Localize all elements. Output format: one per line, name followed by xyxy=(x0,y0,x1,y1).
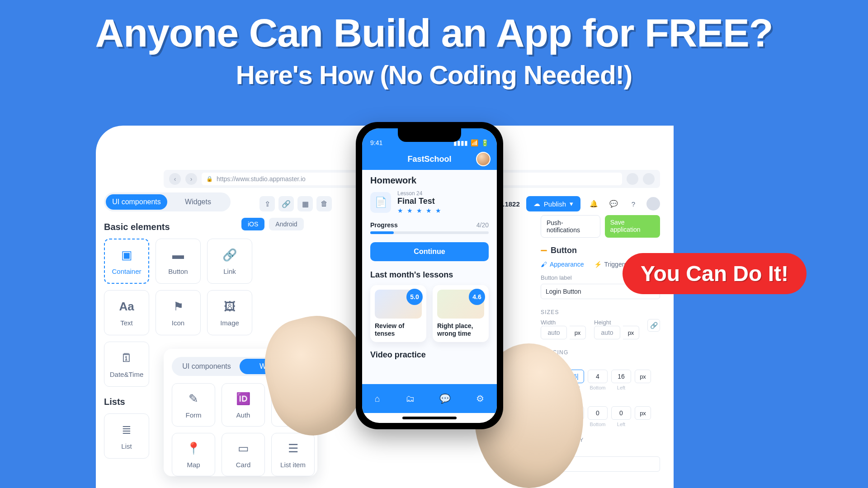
tab-ios[interactable]: iOS xyxy=(241,218,264,230)
nav-forward-button[interactable]: › xyxy=(185,173,197,185)
section-basic-elements[interactable]: Basic elements ⌄ xyxy=(104,221,249,232)
share-icon[interactable]: ⇪ xyxy=(259,196,275,211)
trash-icon[interactable]: 🗑 xyxy=(316,196,332,211)
tile-gallery[interactable]: 🖼 Gallery xyxy=(271,383,315,427)
padding-bottom-input[interactable]: 4 xyxy=(588,370,608,383)
list-icon: ≣ xyxy=(119,422,134,438)
typography-caption: TYPOGRAPHY xyxy=(541,437,660,443)
tile-image[interactable]: 🖼 Image xyxy=(207,290,252,335)
gallery-icon: 🖼 xyxy=(285,391,301,407)
tile-list-item[interactable]: ☰ List item xyxy=(271,433,315,476)
builder-stage: ‹ › 🔒 https://www.studio.appmaster.io ⚙ … xyxy=(96,126,674,488)
width-input[interactable]: auto xyxy=(541,326,567,339)
bolt-icon: ⚡ xyxy=(594,261,602,268)
url-bar[interactable]: 🔒 https://www.studio.appmaster.io xyxy=(202,173,622,185)
help-icon[interactable]: ? xyxy=(627,197,640,211)
tab-ui-components-2[interactable]: UI components xyxy=(174,359,240,374)
card-icon: ▭ xyxy=(236,441,251,456)
element-type-icon xyxy=(541,250,547,251)
browser-bar: ‹ › 🔒 https://www.studio.appmaster.io xyxy=(164,170,660,188)
list-item-icon: ☰ xyxy=(285,441,301,456)
grid-icon[interactable]: ▦ xyxy=(297,196,313,211)
sidebar-tabs: UI components Widgets xyxy=(104,192,231,211)
tab-widgets[interactable]: Widgets xyxy=(167,194,229,210)
margin-label: Margin xyxy=(541,396,660,403)
padding-right-input[interactable]: 16| xyxy=(564,370,584,383)
version-label: Current version: xyxy=(433,200,481,208)
platform-tabs: iOS Android xyxy=(241,218,304,230)
widgets-tabs: UI components Widgets xyxy=(172,357,307,376)
tab-ui-components[interactable]: UI components xyxy=(106,194,167,210)
spacing-caption: SPACING xyxy=(541,349,660,356)
button-icon: ▬ xyxy=(170,248,186,263)
map-icon: 📍 xyxy=(186,441,201,456)
padding-top-input[interactable]: 4 xyxy=(541,370,561,383)
bell-icon[interactable]: 🔔 xyxy=(587,197,600,211)
tile-container[interactable]: ▣ Container xyxy=(104,239,149,284)
calendar-icon: 🗓 xyxy=(119,351,134,366)
tile-card[interactable]: ▭ Card xyxy=(222,433,265,476)
height-unit[interactable]: px xyxy=(623,326,639,339)
cta-badge: You Can Do It! xyxy=(623,253,807,294)
cloud-icon: ☁ xyxy=(533,200,540,208)
margin-unit[interactable]: px xyxy=(635,406,651,420)
user-avatar[interactable] xyxy=(646,197,660,211)
link-icon[interactable]: 🔗 xyxy=(278,196,294,211)
refresh-button[interactable] xyxy=(627,173,638,185)
save-application-button[interactable]: Save application xyxy=(605,215,660,238)
tile-list[interactable]: ≣ List xyxy=(104,413,149,459)
tile-datetime[interactable]: 🗓 Date&Time xyxy=(104,342,149,387)
menu-button[interactable] xyxy=(643,173,655,185)
image-icon: 🖼 xyxy=(222,299,237,314)
padding-label: Pagging xyxy=(541,359,660,366)
text-icon: Aa xyxy=(119,299,134,314)
link-sizes-icon[interactable]: 🔗 xyxy=(647,319,660,332)
lock-icon: 🔒 xyxy=(206,176,213,182)
tab-android[interactable]: Android xyxy=(269,218,303,230)
margin-top-input[interactable]: 0 xyxy=(541,406,561,420)
tile-link[interactable]: 🔗 Link xyxy=(207,239,252,284)
tab-widgets-2[interactable]: Widgets xyxy=(240,359,306,374)
tab-appearance[interactable]: 🖌Appearance xyxy=(541,261,584,268)
publish-button[interactable]: ☁ Publish ▾ xyxy=(526,196,580,211)
hero-title: Anyone Can Build an App for FREE? xyxy=(0,0,868,56)
tile-text[interactable]: Aa Text xyxy=(104,290,149,335)
widgets-panel: UI components Widgets ✎ Form 🆔 Auth 🖼 Ga… xyxy=(164,349,317,476)
tile-form[interactable]: ✎ Form xyxy=(172,383,215,427)
margin-right-input[interactable]: 0 xyxy=(564,406,584,420)
hero-subtitle: Here's How (No Coding Needed!) xyxy=(0,56,868,90)
push-notifications-button[interactable]: Push-notifications xyxy=(541,215,600,238)
link-icon: 🔗 xyxy=(222,248,237,263)
url-text: https://www.studio.appmaster.io xyxy=(217,175,306,183)
chevron-down-icon: ▾ xyxy=(570,200,573,208)
sizes-caption: SIZES xyxy=(541,309,660,315)
padding-unit[interactable]: px xyxy=(635,370,651,383)
version-value: 1.0.0.1822 xyxy=(488,200,520,208)
height-input[interactable]: auto xyxy=(594,326,620,339)
flag-icon: ⚑ xyxy=(170,299,186,314)
builder-toolbar: ⚙ ⇪ 🔗 ▦ 🗑 Current version: 1.0.0.1822 ☁ … xyxy=(241,192,660,215)
tile-button[interactable]: ▬ Button xyxy=(156,239,201,284)
tile-auth[interactable]: 🆔 Auth xyxy=(222,383,265,427)
nav-back-button[interactable]: ‹ xyxy=(169,173,181,185)
font-family-select[interactable]: -system xyxy=(541,456,660,472)
padding-left-input[interactable]: 16 xyxy=(611,370,631,383)
height-label: Height xyxy=(594,319,641,326)
font-family-label: Font-family xyxy=(541,447,660,454)
auth-icon: 🆔 xyxy=(236,391,251,407)
tab-triggers[interactable]: ⚡Triggers xyxy=(594,261,627,268)
tile-icon[interactable]: ⚑ Icon xyxy=(156,290,201,335)
margin-bottom-input[interactable]: 0 xyxy=(588,406,608,420)
width-label: Width xyxy=(541,319,588,326)
margin-left-input[interactable]: 0 xyxy=(611,406,631,420)
chat-icon[interactable]: 💬 xyxy=(607,197,620,211)
form-icon: ✎ xyxy=(186,391,201,407)
container-icon: ▣ xyxy=(119,248,134,263)
width-unit[interactable]: px xyxy=(570,326,586,339)
tile-map[interactable]: 📍 Map xyxy=(172,433,215,476)
paint-icon: 🖌 xyxy=(541,261,547,268)
